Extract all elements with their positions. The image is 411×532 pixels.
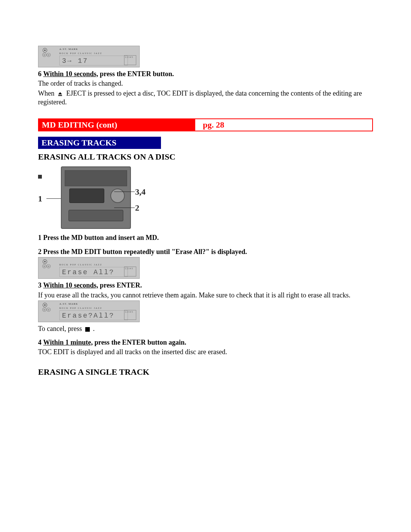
step-6-line2a: When [38,89,56,97]
lcd-text-1: 3→ 17 [59,56,128,66]
step-6-line2b: EJECT is pressed to eject a disc, TOC ED… [38,89,362,106]
disc-icon: ⦿⦾⦾ [42,260,51,269]
step-6-line1: The order of tracks is changed. [38,79,373,88]
step-3: 3 Within 10 seconds, press ENTER. [38,281,373,290]
callout-2: 2 [135,203,139,213]
lcd-grid-3: 1 2 3 4 5 [124,310,136,320]
lcd-top-1: A.ST. MARK [59,48,78,51]
lcd-mid-2: ROCK POP CLASSIC JAZZ [59,264,102,266]
stereo-diagram: 1 3,4 2 [38,166,156,229]
step-6-line2: When EJECT is pressed to eject a disc, T… [38,89,373,107]
callout-1: 1 [38,194,42,204]
svg-marker-0 [58,92,62,94]
step-6-num: 6 [38,70,41,78]
document-page: ⦿⦾⦾ A.ST. MARK ROCK POP CLASSIC JAZZ 3→ … [0,0,411,532]
step-1: 1 Press the MD button and insert an MD. [38,233,373,242]
lcd-grid-1: 1 2 3 4 5 [124,55,136,65]
step-3-line1: If you erase all the tracks, you cannot … [38,291,373,300]
lead-line [129,192,135,192]
section-header: MD EDITING (cont) pg. 28 [38,118,373,131]
stop-icon [85,327,90,332]
subsection-title: ERASING TRACKS [38,137,161,149]
lead-line [129,208,135,208]
step-3-rest: press ENTER. [98,281,142,289]
step-4: 4 Within 1 minute, press the ENTER butto… [38,338,373,347]
stereo-knob-icon [110,189,125,203]
step-3-num: 3 [38,281,41,289]
step-1-text: Press the MD button and insert an MD. [41,234,159,241]
cancel-pre: To cancel, press [38,325,84,332]
callout-34: 3,4 [135,187,146,197]
lcd-text-3: Erase?All? [59,310,128,320]
step-2: 2 Press the MD EDIT button repeatedly un… [38,248,373,256]
lcd-display-3: ⦿⦾⦾ A.ST. MARK ROCK POP CLASSIC JAZZ Era… [38,300,140,322]
stereo-body [61,166,131,229]
step-1-num: 1 [38,234,41,241]
lcd-grid-2: 1 2 3 4 5 [124,267,136,276]
step-6: 6 Within 10 seconds, press the ENTER but… [38,70,373,78]
cancel-post: . [93,325,95,332]
step-6-rest: press the ENTER button. [98,70,174,78]
lead-line [114,208,129,208]
step-2-num: 2 [38,248,41,256]
heading-erase-single: ERASING A SINGLE TRACK [38,367,373,377]
stop-hint-icon [38,175,42,179]
step-3-underline: Within 10 seconds, [43,281,98,289]
step-4-rest: press the ENTER button again. [93,339,186,346]
stereo-deck-icon [68,210,123,221]
lcd-mid-1: ROCK POP CLASSIC JAZZ [59,52,102,54]
step-4-underline: Within 1 minute, [43,339,93,346]
step-4-line1: TOC EDIT is displayed and all tracks on … [38,348,373,356]
step-6-underline: Within 10 seconds, [43,70,98,78]
lead-line [46,198,61,199]
step-4-num: 4 [38,339,41,346]
step-2-text: Press the MD EDIT button repeatedly unti… [41,248,247,256]
section-page: pg. 28 [195,119,232,131]
section-title: MD EDITING (cont) [39,119,195,131]
lcd-display-2: ⦿⦾⦾ ROCK POP CLASSIC JAZZ Erase All? 1 2… [38,257,140,279]
svg-rect-1 [58,95,62,96]
lcd-top-3: A.ST. MARK [59,302,78,305]
lcd-text-2: Erase All? [59,267,128,277]
heading-erase-all: ERASING ALL TRACKS ON A DISC [38,152,373,162]
cancel-line: To cancel, press . [38,324,373,333]
eject-icon [57,91,63,97]
lcd-mid-3: ROCK POP CLASSIC JAZZ [59,307,102,309]
disc-icon: ⦿⦾⦾ [42,48,51,58]
disc-icon: ⦿⦾⦾ [42,303,51,312]
lead-line [114,192,129,192]
lcd-display-1: ⦿⦾⦾ A.ST. MARK ROCK POP CLASSIC JAZZ 3→ … [38,46,140,67]
